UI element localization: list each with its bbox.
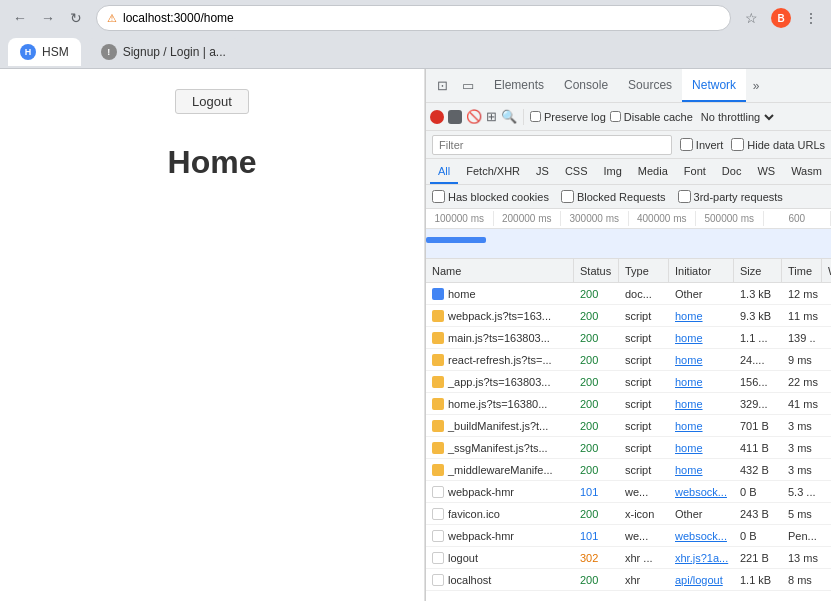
td-initiator: home (669, 305, 734, 326)
row-filename: webpack-hmr (448, 530, 514, 542)
row-filename: localhost (448, 574, 491, 586)
disable-cache-input[interactable] (610, 111, 621, 122)
filter-icon[interactable]: ⊞ (486, 109, 497, 124)
third-party-requests-input[interactable] (678, 190, 691, 203)
tab-elements[interactable]: Elements (484, 69, 554, 102)
table-row[interactable]: react-refresh.js?ts=... 200 script home … (426, 349, 831, 371)
back-button[interactable]: ← (8, 6, 32, 30)
td-status: 200 (574, 569, 619, 590)
has-blocked-cookies-checkbox[interactable]: Has blocked cookies (432, 190, 549, 203)
inspect-icon[interactable]: ⊡ (430, 74, 454, 98)
blocked-requests-checkbox[interactable]: Blocked Requests (561, 190, 666, 203)
tab-hsm[interactable]: H HSM (8, 38, 81, 66)
stop-button[interactable] (448, 110, 462, 124)
more-button[interactable]: ⋮ (799, 6, 823, 30)
browser-toolbar: ← → ↻ ⚠ localhost:3000/home ☆ B ⋮ (0, 0, 831, 36)
third-party-requests-checkbox[interactable]: 3rd-party requests (678, 190, 783, 203)
td-waterfall (822, 525, 831, 546)
td-name: logout (426, 547, 574, 568)
tab-network[interactable]: Network (682, 69, 746, 102)
type-btn-doc[interactable]: Doc (714, 159, 750, 184)
initiator-link[interactable]: home (675, 398, 703, 410)
td-waterfall (822, 371, 831, 392)
initiator-link[interactable]: xhr.js?1a... (675, 552, 728, 564)
type-btn-wasm[interactable]: Wasm (783, 159, 830, 184)
type-btn-img[interactable]: Img (596, 159, 630, 184)
row-filename: webpack-hmr (448, 486, 514, 498)
table-row[interactable]: home 200 doc... Other 1.3 kB 12 ms (426, 283, 831, 305)
tab-title-hsm: HSM (42, 45, 69, 59)
tab-sources[interactable]: Sources (618, 69, 682, 102)
initiator-link[interactable]: home (675, 464, 703, 476)
preserve-log-label: Preserve log (544, 111, 606, 123)
tab-console[interactable]: Console (554, 69, 618, 102)
table-row[interactable]: home.js?ts=16380... 200 script home 329.… (426, 393, 831, 415)
initiator-link[interactable]: api/logout (675, 574, 723, 586)
table-row[interactable]: localhost 200 xhr api/logout 1.1 kB 8 ms (426, 569, 831, 591)
reload-button[interactable]: ↻ (64, 6, 88, 30)
type-btn-media[interactable]: Media (630, 159, 676, 184)
table-row[interactable]: webpack-hmr 101 we... websock... 0 B Pen… (426, 525, 831, 547)
initiator-link[interactable]: websock... (675, 530, 727, 542)
table-row[interactable]: main.js?ts=163803... 200 script home 1.1… (426, 327, 831, 349)
hide-data-input[interactable] (731, 138, 744, 151)
clear-network-button[interactable]: 🚫 (466, 109, 482, 124)
td-type: doc... (619, 283, 669, 304)
type-btn-ws[interactable]: WS (749, 159, 783, 184)
search-icon[interactable]: 🔍 (501, 109, 517, 124)
type-btn-css[interactable]: CSS (557, 159, 596, 184)
table-row[interactable]: favicon.ico 200 x-icon Other 243 B 5 ms (426, 503, 831, 525)
initiator-link[interactable]: home (675, 354, 703, 366)
disable-cache-checkbox[interactable]: Disable cache (610, 111, 693, 123)
preserve-log-checkbox[interactable]: Preserve log (530, 111, 606, 123)
table-row[interactable]: _buildManifest.js?t... 200 script home 7… (426, 415, 831, 437)
td-initiator: websock... (669, 481, 734, 502)
td-status: 200 (574, 503, 619, 524)
type-btn-js[interactable]: JS (528, 159, 557, 184)
table-row[interactable]: _ssgManifest.js?ts... 200 script home 41… (426, 437, 831, 459)
record-button[interactable] (430, 110, 444, 124)
table-body: home 200 doc... Other 1.3 kB 12 ms webpa… (426, 283, 831, 591)
type-btn-all[interactable]: All (430, 159, 458, 184)
initiator-link[interactable]: websock... (675, 486, 727, 498)
table-row[interactable]: webpack-hmr 101 we... websock... 0 B 5.3… (426, 481, 831, 503)
throttle-select[interactable]: No throttling Fast 3G Slow 3G (697, 110, 777, 124)
extra-filter-bar: Has blocked cookies Blocked Requests 3rd… (426, 185, 831, 209)
row-filename: home.js?ts=16380... (448, 398, 547, 410)
type-btn-fetchxhr[interactable]: Fetch/XHR (458, 159, 528, 184)
more-panels-icon[interactable]: » (746, 74, 766, 98)
tab-signup[interactable]: ! Signup / Login | a... (89, 38, 238, 66)
preserve-log-input[interactable] (530, 111, 541, 122)
logout-button[interactable]: Logout (175, 89, 249, 114)
forward-button[interactable]: → (36, 6, 60, 30)
td-time: 22 ms (782, 371, 822, 392)
td-status: 200 (574, 283, 619, 304)
table-row[interactable]: webpack.js?ts=163... 200 script home 9.3… (426, 305, 831, 327)
td-name: favicon.ico (426, 503, 574, 524)
initiator-link[interactable]: home (675, 376, 703, 388)
table-row[interactable]: _app.js?ts=163803... 200 script home 156… (426, 371, 831, 393)
invert-input[interactable] (680, 138, 693, 151)
blocked-requests-input[interactable] (561, 190, 574, 203)
initiator-link[interactable]: home (675, 332, 703, 344)
td-status: 200 (574, 393, 619, 414)
td-waterfall (822, 393, 831, 414)
table-row[interactable]: logout 302 xhr ... xhr.js?1a... 221 B 13… (426, 547, 831, 569)
address-bar[interactable]: ⚠ localhost:3000/home (96, 5, 731, 31)
bookmark-button[interactable]: ☆ (739, 6, 763, 30)
td-time: 12 ms (782, 283, 822, 304)
table-row[interactable]: _middlewareManife... 200 script home 432… (426, 459, 831, 481)
td-waterfall (822, 305, 831, 326)
filter-input[interactable] (432, 135, 672, 155)
initiator-link[interactable]: home (675, 420, 703, 432)
invert-checkbox[interactable]: Invert (680, 138, 724, 151)
initiator-link[interactable]: home (675, 310, 703, 322)
disable-cache-label: Disable cache (624, 111, 693, 123)
td-size: 24.... (734, 349, 782, 370)
type-btn-font[interactable]: Font (676, 159, 714, 184)
has-blocked-cookies-input[interactable] (432, 190, 445, 203)
initiator-link[interactable]: home (675, 442, 703, 454)
device-icon[interactable]: ▭ (456, 74, 480, 98)
td-time: 8 ms (782, 569, 822, 590)
hide-data-checkbox[interactable]: Hide data URLs (731, 138, 825, 151)
